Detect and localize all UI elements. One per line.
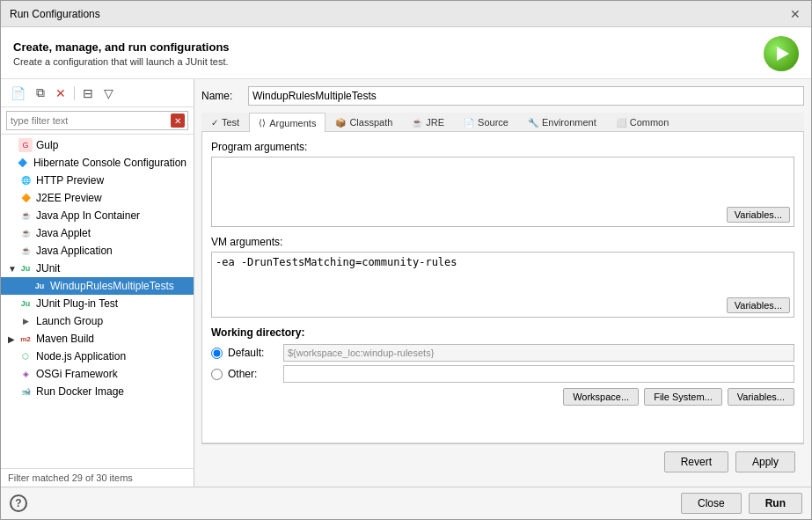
tabs-bar: ✓ Test ⟨⟩ Arguments 📦 Classpath ☕ JRE 📄: [201, 113, 804, 132]
toolbar: 📄 ⧉ ✕ ⊟ ▽: [1, 79, 194, 107]
apply-button[interactable]: Apply: [735, 451, 795, 472]
tab-environment-label: Environment: [542, 117, 596, 128]
tree-item-docker[interactable]: 🐋 Run Docker Image: [1, 383, 194, 400]
tab-environment[interactable]: 🔧 Environment: [518, 113, 606, 131]
duplicate-config-button[interactable]: ⧉: [32, 83, 49, 103]
delete-config-button[interactable]: ✕: [51, 84, 70, 103]
new-config-button[interactable]: 📄: [6, 84, 30, 103]
tree-item-maven[interactable]: ▶ m2 Maven Build: [1, 330, 194, 348]
tree-item-nodejs[interactable]: ⬡ Node.js Application: [1, 348, 194, 365]
left-panel: 📄 ⧉ ✕ ⊟ ▽ ✕ G Gulp: [1, 79, 194, 487]
test-tab-icon: ✓: [211, 118, 218, 128]
docker-label: Run Docker Image: [36, 385, 124, 398]
environment-tab-icon: 🔧: [528, 118, 538, 128]
filter-clear-button[interactable]: ✕: [171, 114, 185, 128]
maven-label: Maven Build: [36, 333, 94, 345]
run-icon[interactable]: [764, 36, 799, 71]
help-button[interactable]: ?: [10, 494, 27, 512]
close-dialog-button[interactable]: Close: [681, 493, 742, 514]
vm-args-variables-button[interactable]: Variables...: [727, 297, 790, 313]
source-tab-icon: 📄: [464, 118, 474, 128]
tree-item-java-application[interactable]: ☕ Java Application: [1, 242, 194, 260]
right-panel: Name: ✓ Test ⟨⟩ Arguments 📦 Classpath: [194, 79, 811, 487]
tree-item-gulp[interactable]: G Gulp: [1, 136, 194, 154]
tab-test[interactable]: ✓ Test: [201, 113, 249, 131]
j2ee-icon: 🔶: [18, 191, 33, 205]
working-dir-label: Working directory:: [211, 326, 794, 339]
tab-classpath-label: Classpath: [349, 117, 392, 128]
osgi-icon: ◈: [18, 367, 33, 381]
working-dir-section: Working directory: Default: Other: Works…: [211, 326, 794, 406]
tab-source[interactable]: 📄 Source: [454, 113, 518, 131]
tab-jre[interactable]: ☕ JRE: [402, 113, 454, 131]
filter-input[interactable]: [6, 111, 188, 130]
name-input[interactable]: [248, 86, 804, 106]
tab-source-label: Source: [478, 117, 508, 128]
java-application-icon: ☕: [18, 244, 33, 258]
osgi-label: OSGi Framework: [36, 368, 118, 380]
other-radio[interactable]: [211, 369, 223, 380]
filter-box: ✕: [1, 107, 194, 135]
default-dir-input: [283, 344, 794, 362]
tree-item-windup[interactable]: Ju WindupRulesMultipleTests: [1, 277, 194, 295]
workspace-button[interactable]: Workspace...: [563, 388, 639, 406]
tab-common[interactable]: ⬜ Common: [606, 113, 679, 131]
vm-args-input[interactable]: -ea -DrunTestsMatching=community-rules: [212, 253, 794, 292]
tree-item-java-applet[interactable]: ☕ Java Applet: [1, 224, 194, 242]
toolbar-separator: [74, 86, 75, 100]
vm-args-section: VM arguments: -ea -DrunTestsMatching=com…: [211, 236, 794, 318]
http-icon: 🌐: [18, 173, 33, 187]
footer-bar: ? Close Run: [1, 487, 811, 519]
tab-classpath[interactable]: 📦 Classpath: [326, 113, 402, 131]
other-dir-input[interactable]: [283, 365, 794, 383]
hibernate-label: Hibernate Console Configuration: [33, 157, 187, 169]
run-button[interactable]: Run: [749, 493, 802, 514]
tree-item-http[interactable]: 🌐 HTTP Preview: [1, 172, 194, 189]
java-applet-label: Java Applet: [36, 227, 91, 239]
junit-expand-icon: ▼: [8, 264, 17, 274]
tree-item-junit[interactable]: ▼ Ju JUnit: [1, 260, 194, 277]
tree-item-hibernate[interactable]: 🔷 Hibernate Console Configuration: [1, 154, 194, 172]
launch-group-icon: ▶: [18, 314, 33, 328]
title-bar: Run Configurations ✕: [1, 1, 811, 27]
windup-icon: Ju: [33, 279, 47, 293]
program-args-input[interactable]: [212, 157, 794, 201]
program-args-wrapper: Variables...: [211, 157, 794, 227]
program-args-variables-button[interactable]: Variables...: [727, 207, 790, 223]
default-radio[interactable]: [211, 348, 223, 359]
header-subtitle: Create a configuration that will launch …: [13, 56, 230, 67]
footer-buttons: Close Run: [681, 493, 802, 514]
gulp-icon: G: [18, 138, 33, 152]
classpath-tab-icon: 📦: [335, 118, 346, 128]
tab-test-label: Test: [222, 117, 239, 128]
nodejs-label: Node.js Application: [36, 350, 126, 363]
j2ee-label: J2EE Preview: [36, 192, 102, 204]
vm-args-wrapper: -ea -DrunTestsMatching=community-rules V…: [211, 252, 794, 318]
filter-button[interactable]: ▽: [99, 84, 118, 103]
junit-plugin-icon: Ju: [18, 297, 33, 311]
default-radio-row: Default:: [211, 344, 794, 362]
dir-variables-button[interactable]: Variables...: [728, 388, 794, 406]
tree-item-j2ee[interactable]: 🔶 J2EE Preview: [1, 189, 194, 207]
tree-item-osgi[interactable]: ◈ OSGi Framework: [1, 365, 194, 383]
other-radio-row: Other:: [211, 365, 794, 383]
tree-item-launch-group[interactable]: ▶ Launch Group: [1, 312, 194, 330]
http-label: HTTP Preview: [36, 174, 104, 187]
tree-item-junit-plugin[interactable]: Ju JUnit Plug-in Test: [1, 295, 194, 312]
filesystem-button[interactable]: File System...: [644, 388, 722, 406]
tab-arguments[interactable]: ⟨⟩ Arguments: [249, 113, 326, 132]
collapse-all-button[interactable]: ⊟: [78, 84, 98, 103]
windup-label: WindupRulesMultipleTests: [50, 280, 174, 292]
header-section: Create, manage, and run configurations C…: [1, 27, 811, 79]
java-application-label: Java Application: [36, 245, 113, 257]
revert-button[interactable]: Revert: [664, 451, 728, 472]
tree-item-java-app-container[interactable]: ☕ Java App In Container: [1, 207, 194, 224]
program-args-section: Program arguments: Variables...: [211, 141, 794, 227]
name-label: Name:: [201, 90, 241, 102]
java-applet-icon: ☕: [18, 226, 33, 240]
junit-icon: Ju: [18, 261, 33, 275]
name-row: Name:: [201, 86, 804, 106]
tab-content: Program arguments: Variables... VM argum…: [201, 132, 804, 443]
java-app-container-label: Java App In Container: [36, 209, 140, 222]
close-button[interactable]: ✕: [788, 7, 802, 21]
